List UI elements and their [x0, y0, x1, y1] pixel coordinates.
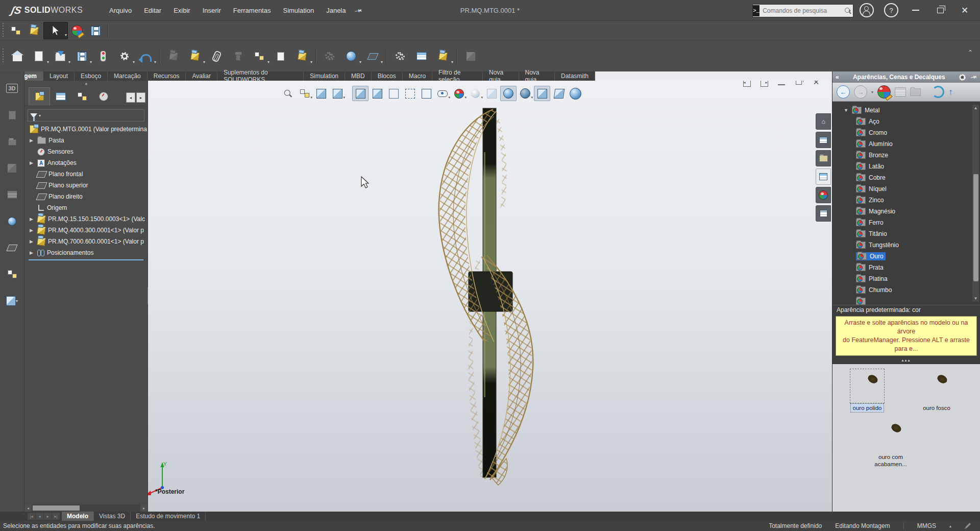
material-zinco[interactable]: Zinco	[832, 195, 980, 206]
back-button[interactable]: ←	[837, 85, 850, 99]
tree-item-origem[interactable]: Origem	[24, 202, 148, 213]
tab-simulation[interactable]: Simulation	[304, 71, 345, 81]
tab-marcacao[interactable]: Marcação	[108, 71, 148, 81]
material-magnesio[interactable]: Magnésio	[832, 206, 980, 217]
exploded-view-button[interactable]: ▾	[433, 45, 453, 67]
tree-item-component-3[interactable]: ▶ PR.MQ.7000.600.0001<1> (Valor p	[24, 236, 148, 247]
material-titanio[interactable]: Titânio	[832, 228, 980, 239]
model-window-button[interactable]	[7, 22, 25, 39]
tabs-scroll-left-icon[interactable]: ◂	[126, 92, 135, 103]
move-component-button[interactable]: ▾	[292, 45, 312, 67]
tabs-scroll-right-icon[interactable]: ▸	[136, 92, 145, 103]
tab-nova-guia-2[interactable]: Nova guia	[519, 71, 555, 81]
tab-datasmith[interactable]: Datasmith	[555, 71, 595, 81]
up-one-level-icon[interactable]: ↑	[948, 87, 953, 98]
graphics-viewport[interactable]: ✕ ▾ ▾ ▾ ▾ ▾ ▾ ⌂	[148, 81, 832, 512]
pin-menu-icon[interactable]: 📌︎	[353, 5, 364, 16]
attachment-button[interactable]	[206, 45, 227, 67]
account-button[interactable]	[856, 3, 877, 18]
expand-icon[interactable]: ▶	[30, 216, 35, 222]
toolbar-grip[interactable]	[2, 23, 5, 38]
material-cromo[interactable]: Cromo	[832, 127, 980, 138]
tab-layout[interactable]: Layout	[43, 71, 75, 81]
mate-button[interactable]: ▾	[249, 45, 270, 67]
feature-tree-hscrollbar[interactable]: ◂ ▸	[24, 504, 148, 512]
tab-property-manager[interactable]	[50, 87, 71, 106]
thumbnail-ouro-acabamento[interactable]: ouro com acabamen...	[867, 419, 914, 469]
undo-button[interactable]: ▾	[136, 45, 156, 67]
expand-icon[interactable]: ▶	[30, 138, 35, 143]
tags-pen-icon[interactable]	[965, 523, 971, 529]
tree-item-posicionamentos[interactable]: ▶ Posicionamentos	[24, 247, 148, 258]
design-checker-button[interactable]	[93, 45, 113, 67]
menu-editar[interactable]: Editar	[139, 5, 166, 16]
doc-tab-estudo-movimento[interactable]: Estudo de movimento 1	[131, 512, 206, 521]
tab-nova-guia-1[interactable]: Nova guia	[483, 71, 519, 81]
minimize-button[interactable]	[905, 3, 926, 18]
expand-icon[interactable]: ▶	[30, 160, 35, 165]
tree-item-component-2[interactable]: ▶ PR.MQ.4000.300.0001<1> (Valor p	[24, 225, 148, 236]
tree-item-plano-frontal[interactable]: Plano frontal	[24, 168, 148, 180]
menu-inserir[interactable]: Inserir	[198, 5, 226, 16]
new-document-button[interactable]: ▾	[29, 45, 49, 67]
tree-item-anotacoes[interactable]: ▶ A Anotações	[24, 157, 148, 168]
tab-recursos[interactable]: Recursos	[148, 71, 186, 81]
rail-pack-button[interactable]	[5, 160, 20, 176]
tab-esboco[interactable]: Esboço	[75, 71, 108, 81]
tree-vscrollbar[interactable]: ▲ ▼	[972, 105, 979, 302]
home-button[interactable]	[7, 45, 28, 67]
tab-avaliar[interactable]: Avaliar	[186, 71, 217, 81]
help-button[interactable]: ?	[881, 3, 901, 18]
tab-suplementos[interactable]: Suplementos do SOLIDWORKS	[217, 71, 304, 81]
scroll-up-icon[interactable]: ▲	[972, 105, 979, 111]
options-button[interactable]: ▾	[114, 45, 135, 67]
doc-tab-vistas-3d[interactable]: Vistas 3D	[94, 512, 131, 521]
material-aluminio[interactable]: Alumínio	[832, 138, 980, 150]
material-bronze[interactable]: Bronze	[832, 150, 980, 161]
toolbar-grip[interactable]	[2, 49, 5, 64]
tab-filtro-selecao[interactable]: Filtro de seleção	[432, 71, 483, 81]
tree-item-component-1[interactable]: ▶ PR.MQ.15.150.1500.0003<1> (Valc	[24, 213, 148, 225]
thumbnail-ouro-fosco[interactable]: ouro fosco	[913, 370, 960, 412]
menu-simulation[interactable]: Simulation	[278, 5, 319, 16]
status-units[interactable]: MMGS	[917, 522, 936, 529]
rail-measure-button[interactable]	[5, 267, 20, 282]
rail-print-button[interactable]	[5, 187, 20, 202]
tab-dimxpert[interactable]	[93, 87, 114, 106]
panel-grip[interactable]	[76, 83, 96, 85]
model-3d[interactable]: Y X	[148, 81, 832, 512]
tab-configuration-manager[interactable]	[71, 87, 93, 106]
edit-appearance-button[interactable]	[68, 22, 86, 39]
tree-root-assembly[interactable]: PR.MQ.MTG.0001 (Valor predetermina	[24, 124, 148, 135]
material-ferro[interactable]: Ferro	[832, 217, 980, 228]
expand-icon[interactable]: ▶	[30, 228, 35, 233]
menu-janela[interactable]: Janela	[321, 5, 351, 16]
tree-filter[interactable]: ▾	[28, 109, 144, 122]
gear-icon[interactable]	[959, 74, 966, 81]
material-latao[interactable]: Latão	[832, 161, 980, 172]
doc-tab-modelo[interactable]: Modelo	[62, 512, 94, 521]
select-tool-caret-icon[interactable]: ▾	[65, 33, 67, 37]
assembly-features-button[interactable]: ▾	[341, 45, 361, 67]
scrollbar-thumb[interactable]	[973, 174, 978, 281]
prev-tab-icon[interactable]: ◂	[36, 513, 43, 520]
menu-exibir[interactable]: Exibir	[168, 5, 195, 16]
scroll-right-icon[interactable]: ▸	[140, 504, 148, 512]
first-tab-icon[interactable]: |◂	[28, 513, 35, 520]
material-platina[interactable]: Platina	[832, 273, 980, 284]
bill-of-materials-button[interactable]	[411, 45, 432, 67]
restore-button[interactable]	[930, 3, 950, 18]
save-button-2[interactable]: ▾	[71, 45, 92, 67]
rail-document-button[interactable]	[5, 240, 20, 255]
tab-blocos[interactable]: Blocos	[372, 71, 403, 81]
material-chumbo[interactable]: Chumbo	[832, 284, 980, 296]
units-caret-icon[interactable]: ▴	[949, 524, 951, 528]
tree-item-pasta[interactable]: ▶ Pasta	[24, 135, 148, 146]
tree-item-plano-superior[interactable]: Plano superior	[24, 180, 148, 191]
material-aco[interactable]: Aço	[832, 116, 980, 127]
reference-geometry-button[interactable]: ▾	[362, 45, 383, 67]
edit-feature-button[interactable]	[271, 45, 291, 67]
material-ouro-selected[interactable]: Ouro	[832, 251, 980, 262]
close-button[interactable]: ✕	[954, 3, 975, 18]
menu-arquivo[interactable]: Arquivo	[104, 5, 137, 16]
